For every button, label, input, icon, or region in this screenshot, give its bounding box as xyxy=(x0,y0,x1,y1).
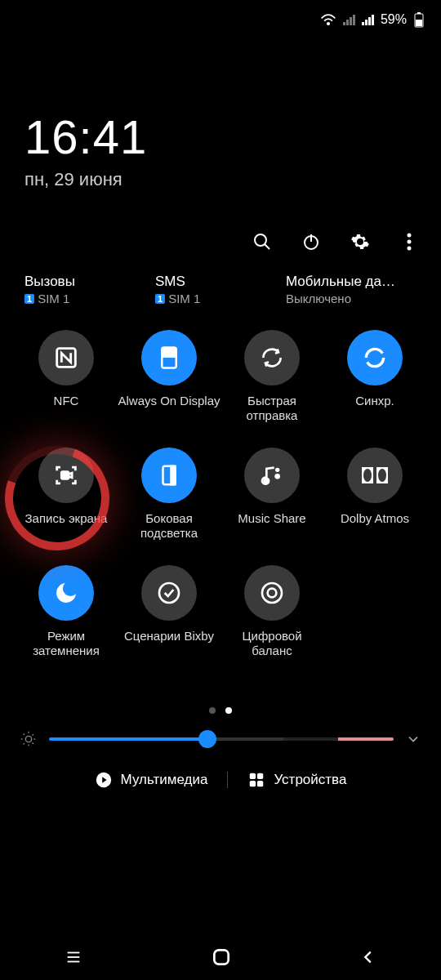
time: 16:41 xyxy=(24,109,416,164)
svg-rect-16 xyxy=(172,466,176,485)
tile-label: NFC xyxy=(54,394,79,423)
page-indicator[interactable] xyxy=(0,658,441,730)
sim-item-sms[interactable]: SMS 1SIM 1 xyxy=(155,274,286,305)
svg-point-27 xyxy=(25,736,31,742)
dot-active xyxy=(225,707,232,714)
tile-nfc[interactable]: NFC xyxy=(15,330,118,423)
svg-point-10 xyxy=(408,247,412,251)
media-button[interactable]: Мультимедиа xyxy=(95,771,208,789)
tile-label: Цифровой баланс xyxy=(220,629,323,658)
tile-aod[interactable]: Always On Display xyxy=(118,330,220,423)
aod-icon xyxy=(141,330,197,385)
sim-title: Мобильные да… xyxy=(286,274,408,290)
svg-rect-2 xyxy=(417,12,421,14)
more-icon[interactable] xyxy=(399,231,420,252)
sim-title: SMS xyxy=(155,274,286,290)
back-button[interactable] xyxy=(359,948,377,966)
svg-point-26 xyxy=(268,589,277,598)
search-icon[interactable] xyxy=(252,231,273,252)
svg-rect-45 xyxy=(214,950,228,964)
tile-label: Music Share xyxy=(238,511,305,541)
svg-point-8 xyxy=(408,234,412,238)
nav-bar xyxy=(0,934,441,980)
brightness-slider[interactable] xyxy=(0,730,441,748)
sim-title: Вызовы xyxy=(24,274,155,290)
tile-label: Боковая подсветка xyxy=(118,511,220,541)
dolby-icon xyxy=(347,448,403,503)
svg-rect-38 xyxy=(250,773,256,779)
tile-screenrec[interactable]: Запись экрана xyxy=(15,448,118,541)
tile-label: Dolby Atmos xyxy=(341,511,409,541)
svg-rect-13 xyxy=(162,348,176,359)
svg-rect-41 xyxy=(257,781,263,786)
settings-icon[interactable] xyxy=(350,231,371,252)
clock-block: 16:41 пн, 29 июня xyxy=(0,36,441,198)
sim-sub: SIM 1 xyxy=(38,292,69,305)
battery-icon xyxy=(413,11,425,28)
battery-percent: 59% xyxy=(381,12,407,27)
signal-2-icon xyxy=(362,14,374,25)
svg-line-5 xyxy=(265,244,270,249)
sim-item-data[interactable]: Мобильные да… Выключено xyxy=(286,274,416,305)
tile-label: Сценарии Bixby xyxy=(124,629,214,658)
date: пн, 29 июня xyxy=(24,169,416,190)
sim-row: Вызовы 1SIM 1 SMS 1SIM 1 Мобильные да… В… xyxy=(0,261,441,305)
devices-label: Устройства xyxy=(274,772,346,788)
panel-actions xyxy=(0,198,441,261)
tile-edge[interactable]: Боковая подсветка xyxy=(118,448,220,541)
dot xyxy=(209,707,216,714)
tile-wellbeing[interactable]: Цифровой баланс xyxy=(220,565,323,658)
tile-label: Режим затемнения xyxy=(15,629,118,658)
brightness-icon xyxy=(20,730,38,748)
tile-bixby[interactable]: Сценарии Bixby xyxy=(118,565,220,658)
svg-line-35 xyxy=(33,734,34,736)
sim-badge: 1 xyxy=(24,294,34,304)
svg-line-34 xyxy=(24,743,25,745)
musicshare-icon xyxy=(244,448,300,503)
sim-sub: Выключено xyxy=(286,292,351,305)
svg-point-23 xyxy=(378,469,386,482)
tile-label: Синхр. xyxy=(355,394,394,423)
tile-musicshare[interactable]: Music Share xyxy=(220,448,323,541)
sim-badge: 1 xyxy=(155,294,165,304)
chevron-down-icon[interactable] xyxy=(405,731,421,747)
tile-sync[interactable]: Синхр. xyxy=(323,330,426,423)
svg-rect-39 xyxy=(257,773,263,779)
svg-rect-14 xyxy=(61,472,69,479)
tile-label: Быстрая отправка xyxy=(220,394,323,423)
recents-button[interactable] xyxy=(64,948,83,966)
tile-darkmode[interactable]: Режим затемнения xyxy=(15,565,118,658)
bottom-shortcuts: Мультимедиа Устройства xyxy=(0,748,441,799)
sync-icon xyxy=(347,330,403,385)
svg-point-18 xyxy=(274,474,280,479)
signal-1-icon xyxy=(343,14,355,25)
sim-item-calls[interactable]: Вызовы 1SIM 1 xyxy=(24,274,155,305)
tile-quickshare[interactable]: Быстрая отправка xyxy=(220,330,323,423)
svg-point-17 xyxy=(263,478,270,484)
svg-point-4 xyxy=(255,234,266,246)
quickshare-icon xyxy=(244,330,300,385)
status-bar: 59% xyxy=(0,0,441,36)
power-icon[interactable] xyxy=(301,231,322,252)
devices-button[interactable]: Устройства xyxy=(247,771,346,789)
slider-thumb[interactable] xyxy=(198,730,216,748)
svg-point-0 xyxy=(327,23,330,25)
svg-line-33 xyxy=(33,743,34,745)
svg-point-9 xyxy=(408,240,412,244)
edge-icon xyxy=(141,448,197,503)
quick-tiles: NFCAlways On DisplayБыстрая отправкаСинх… xyxy=(0,305,441,658)
tile-label: Always On Display xyxy=(118,394,220,423)
tile-dolby[interactable]: Dolby Atmos xyxy=(323,448,426,541)
tile-label: Запись экрана xyxy=(25,511,108,541)
sim-sub: SIM 1 xyxy=(168,292,200,305)
svg-point-22 xyxy=(363,469,372,482)
home-button[interactable] xyxy=(211,947,232,968)
bixby-icon xyxy=(141,565,197,621)
svg-point-19 xyxy=(275,468,279,472)
wellbeing-icon xyxy=(244,565,300,621)
nfc-icon xyxy=(38,330,94,385)
svg-rect-40 xyxy=(250,781,256,786)
slider-track[interactable] xyxy=(49,737,394,741)
svg-line-32 xyxy=(24,734,25,736)
wifi-icon xyxy=(320,13,336,26)
